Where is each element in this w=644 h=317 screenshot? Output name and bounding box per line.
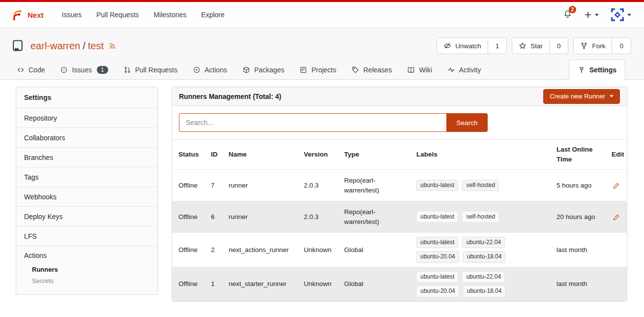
sidebar-item-repository[interactable]: Repository [16,108,157,127]
tab-label: Settings [589,66,616,74]
tab-pull-requests[interactable]: Pull Requests [117,61,183,79]
runner-name: runner [229,212,304,222]
brand-label: Next [28,11,44,19]
sidebar-item-tags[interactable]: Tags [16,167,157,187]
sidebar-item-branches[interactable]: Branches [16,147,157,167]
runner-id: 2 [211,245,229,255]
rss-feed-icon[interactable] [108,41,117,50]
plus-icon [584,11,592,19]
runner-version: Unknown [304,279,344,289]
sidebar-item-lfs[interactable]: LFS [16,226,157,246]
play-circle-icon [193,66,201,74]
create-new-dropdown[interactable] [584,11,599,19]
fork-label: Fork [592,42,605,50]
sidebar-item-webhooks[interactable]: Webhooks [16,187,157,206]
runner-last-online: last month [556,245,612,255]
nav-item-issues[interactable]: Issues [55,11,89,19]
col-status: Status [178,150,211,159]
label-chip: self-hosted [462,180,499,191]
stars-count[interactable]: 0 [550,38,568,54]
page-content: Settings Repository Collaborators Branch… [0,80,644,302]
pencil-icon [613,213,620,221]
pencil-icon [613,182,620,190]
tab-label: Actions [205,66,227,74]
forgejo-logo-icon [10,8,23,22]
runner-status: Offline [178,245,211,255]
nav-item-pull-requests[interactable]: Pull Requests [89,11,146,19]
tab-releases[interactable]: Releases [346,61,398,79]
tab-issues[interactable]: Issues 1 [54,61,114,79]
sidebar-item-collaborators[interactable]: Collaborators [16,127,157,147]
runner-id: 1 [211,279,229,289]
runner-type: Repo(earl-warren/test) [344,176,416,195]
col-version: Version [304,150,344,159]
table-row: Offline 1 next_starter_runner Unknown Gl… [172,267,627,301]
tab-label: Issues [72,66,91,74]
fork-button[interactable]: Fork [574,38,612,54]
notifications-button[interactable]: 2 [563,9,572,21]
star-button[interactable]: Star [512,38,550,54]
table-row: Offline 6 runner 2.0.3 Repo(earl-warren/… [172,201,627,232]
star-icon [519,42,527,50]
runner-status: Offline [178,181,211,190]
tab-projects[interactable]: Projects [293,61,342,79]
sidebar-header-settings: Settings [16,87,157,108]
label-chip: ubuntu-22.04 [462,271,505,283]
label-chip: self-hosted [462,211,499,222]
repo-owner-link[interactable]: earl-warren [30,40,80,51]
nav-item-milestones[interactable]: Milestones [146,11,194,19]
tab-code[interactable]: Code [11,61,51,79]
runners-panel: Runners Management (Total: 4) Create new… [172,87,627,302]
label-chip: ubuntu-latest [416,271,458,283]
edit-runner-button[interactable] [612,181,621,190]
chevron-down-icon [610,95,614,97]
label-chip: ubuntu-20.04 [416,285,459,297]
chevron-down-icon [627,14,631,16]
repo-name-link[interactable]: test [88,40,104,51]
sidebar-subitem-runners[interactable]: Runners [24,264,149,275]
tab-label: Packages [254,66,284,74]
unwatch-label: Unwatch [455,42,481,50]
navbar-right: 2 [563,8,631,22]
tools-icon [578,66,585,74]
search-button[interactable]: Search [446,113,488,132]
code-icon [17,66,25,74]
table-row: Offline 2 next_actions_runner Unknown Gl… [172,232,627,267]
label-chip: ubuntu-latest [416,211,458,222]
nav-item-explore[interactable]: Explore [194,11,232,19]
sidebar-subitem-secrets[interactable]: Secrets [24,275,149,286]
sidebar-item-deploy-keys[interactable]: Deploy Keys [16,206,157,226]
tab-settings[interactable]: Settings [569,60,625,80]
edit-runner-button[interactable] [612,212,621,222]
runner-id: 6 [211,212,229,222]
runner-status: Offline [178,279,211,289]
runner-labels: ubuntu-latest ubuntu-22.04 ubuntu-20.04 … [416,271,530,297]
runner-name: next_starter_runner [229,279,304,289]
home-brand[interactable]: Next [10,8,44,22]
tab-activity[interactable]: Activity [441,61,487,79]
tab-wiki[interactable]: Wiki [401,61,438,79]
watch-button-group: Unwatch 1 [437,37,507,54]
issues-count-badge: 1 [97,66,108,74]
watchers-count[interactable]: 1 [488,38,507,54]
tab-packages[interactable]: Packages [236,61,290,79]
page-title: Runners Management (Total: 4) [179,93,281,100]
tab-actions[interactable]: Actions [187,61,233,79]
forks-count[interactable]: 0 [612,38,631,54]
runner-name: next_actions_runner [229,245,304,255]
user-menu-dropdown[interactable] [611,8,631,22]
repository-icon [11,39,25,53]
runner-last-online: last month [556,279,612,289]
create-new-runner-button[interactable]: Create new Runner [543,89,620,104]
runner-labels: ubuntu-latest self-hosted [416,211,530,222]
col-edit: Edit [612,150,627,159]
search-input[interactable] [179,113,446,132]
runner-last-online: 20 hours ago [556,212,612,222]
main-navbar: Next Issues Pull Requests Milestones Exp… [0,2,644,28]
unwatch-button[interactable]: Unwatch [437,38,488,54]
runners-table: Status ID Name Version Type Labels Last … [172,140,627,301]
runner-labels: ubuntu-latest ubuntu-22.04 ubuntu-20.04 … [416,237,530,263]
sidebar-item-actions[interactable]: Actions [24,252,149,264]
col-name: Name [229,150,304,159]
col-last-online: Last Online Time [556,145,612,164]
